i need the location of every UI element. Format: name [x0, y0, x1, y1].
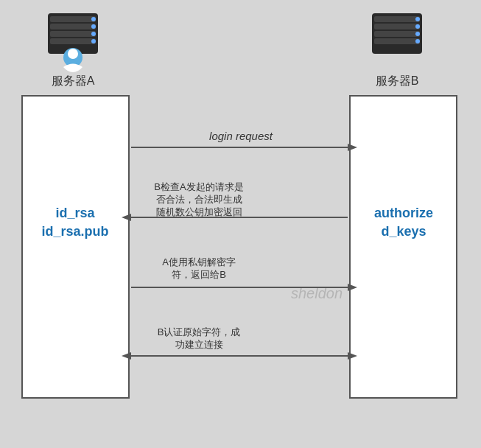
svg-text:功建立连接: 功建立连接: [175, 339, 223, 350]
svg-point-20: [415, 39, 420, 43]
svg-rect-22: [350, 96, 457, 398]
server-b-label: 服务器B: [376, 74, 419, 87]
svg-point-18: [415, 24, 420, 29]
diagram-container: 服务器A 服务器B id_rsa id_rsa.pub authorize d_…: [0, 0, 481, 448]
svg-text:B检查A发起的请求是: B检查A发起的请求是: [154, 181, 243, 192]
svg-rect-21: [22, 96, 129, 398]
svg-point-19: [415, 32, 420, 36]
svg-rect-1: [48, 13, 98, 54]
svg-point-8: [91, 32, 96, 36]
svg-text:id_rsa: id_rsa: [55, 206, 95, 220]
svg-text:随机数公钥加密返回: 随机数公钥加密返回: [156, 206, 242, 217]
server-a-label: 服务器A: [52, 74, 95, 87]
svg-marker-41: [122, 352, 131, 360]
svg-text:否合法，合法即生成: 否合法，合法即生成: [156, 194, 242, 205]
svg-text:符，返回给B: 符，返回给B: [172, 269, 226, 280]
svg-text:id_rsa.pub: id_rsa.pub: [41, 224, 108, 239]
svg-rect-3: [50, 24, 96, 29]
svg-rect-0: [0, 0, 481, 448]
svg-text:B认证原始字符，成: B认证原始字符，成: [158, 326, 241, 337]
svg-point-11: [68, 49, 78, 59]
svg-marker-31: [122, 214, 131, 221]
svg-rect-15: [374, 31, 420, 37]
svg-point-10: [63, 48, 82, 67]
svg-point-17: [415, 17, 420, 21]
svg-marker-36: [348, 284, 357, 291]
svg-text:A使用私钥解密字: A使用私钥解密字: [162, 256, 236, 267]
svg-marker-40: [348, 352, 357, 360]
svg-rect-16: [374, 38, 420, 44]
svg-text:login request: login request: [209, 130, 273, 142]
svg-point-9: [91, 39, 96, 43]
svg-rect-5: [50, 38, 96, 44]
svg-rect-13: [374, 16, 420, 22]
svg-point-7: [91, 24, 96, 29]
svg-rect-14: [374, 24, 420, 29]
svg-rect-4: [50, 31, 96, 37]
svg-rect-12: [372, 13, 422, 54]
svg-text:d_keys: d_keys: [381, 224, 426, 239]
svg-marker-28: [348, 144, 357, 151]
svg-point-6: [91, 17, 96, 21]
watermark: sheldon: [291, 285, 343, 301]
svg-text:authorize: authorize: [374, 206, 433, 220]
svg-rect-2: [50, 16, 96, 22]
